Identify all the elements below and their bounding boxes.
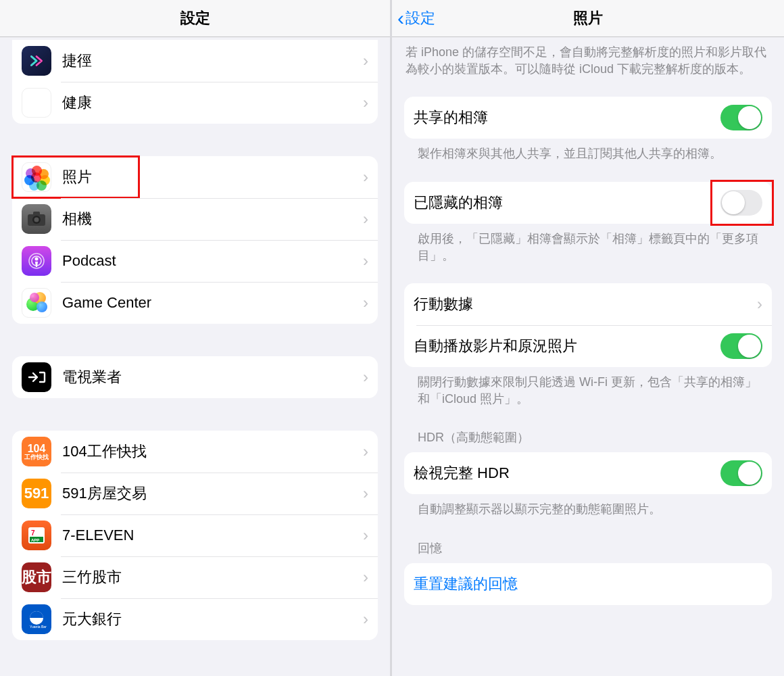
intro-note: 若 iPhone 的儲存空間不足，會自動將完整解析度的照片和影片取代為較小的裝置… <box>392 37 784 87</box>
row-label: 自動播放影片和原況照片 <box>414 336 720 356</box>
gamecenter-icon <box>22 288 51 318</box>
chevron-right-icon: › <box>363 568 368 587</box>
group-3: 104工作快找 104工作快找 › 591 591房屋交易 › 7APP 7-E… <box>12 431 378 640</box>
row-label: 591房屋交易 <box>62 483 363 504</box>
row-label: 相機 <box>62 209 363 229</box>
chevron-right-icon: › <box>363 93 368 112</box>
group-cellular: 行動數據 › 自動播放影片和原況照片 <box>404 283 772 367</box>
app-yuanta-icon: Yuanta Bank <box>22 604 51 634</box>
row-label: 行動數據 <box>414 294 757 314</box>
group-2: 電視業者 › <box>12 356 378 398</box>
page-title: 照片 <box>573 8 603 28</box>
row-yuanta[interactable]: Yuanta Bank 元大銀行 › <box>12 598 378 640</box>
group-hdr: 檢視完整 HDR <box>404 452 772 494</box>
photos-settings-list: 共享的相簿 製作相簿來與其他人共享，並且訂閱其他人共享的相簿。 已隱藏的相簿 啟… <box>392 97 784 604</box>
hdr-header: HDR（高動態範圍） <box>404 417 772 448</box>
row-stock[interactable]: 股市 三竹股市 › <box>12 556 378 598</box>
row-711[interactable]: 7APP 7-ELEVEN › <box>12 514 378 556</box>
chevron-right-icon: › <box>363 368 368 387</box>
row-camera[interactable]: 相機 › <box>12 198 378 240</box>
photos-icon <box>22 162 51 192</box>
hdr-note: 自動調整顯示器以顯示完整的動態範圍照片。 <box>404 494 772 527</box>
settings-pane: 設定 捷徑 › ♥ 健康 › <box>0 0 392 676</box>
row-shared-albums[interactable]: 共享的相簿 <box>404 97 772 139</box>
row-label: Game Center <box>62 294 363 312</box>
navbar-left: 設定 <box>0 0 390 37</box>
chevron-right-icon: › <box>363 168 368 187</box>
row-podcast[interactable]: Podcast › <box>12 240 378 282</box>
svg-text:APP: APP <box>31 538 39 542</box>
group-memories: 重置建議的回憶 <box>404 563 772 605</box>
row-hidden-album[interactable]: 已隱藏的相簿 <box>404 182 772 224</box>
toggle-hdr[interactable] <box>720 460 762 486</box>
back-label: 設定 <box>406 8 435 28</box>
toggle-autoplay[interactable] <box>720 333 762 359</box>
memories-header: 回憶 <box>404 528 772 559</box>
hidden-note: 啟用後，「已隱藏」相簿會顯示於「相簿」標籤頁中的「更多項目」。 <box>404 224 772 274</box>
row-label: 三竹股市 <box>62 567 363 587</box>
svg-text:7: 7 <box>31 529 35 537</box>
podcast-icon <box>22 246 51 276</box>
chevron-right-icon: › <box>363 251 368 270</box>
autoplay-note: 關閉行動數據來限制只能透過 Wi-Fi 更新，包含「共享的相簿」和「iCloud… <box>404 367 772 417</box>
app-stock-icon: 股市 <box>22 562 51 592</box>
svg-point-2 <box>34 218 39 222</box>
svg-rect-3 <box>33 212 40 215</box>
group-shared: 共享的相簿 <box>404 97 772 139</box>
row-label: 共享的相簿 <box>414 107 720 128</box>
row-label: Podcast <box>62 252 363 270</box>
chevron-right-icon: › <box>363 51 368 70</box>
chevron-left-icon: ‹ <box>397 8 404 28</box>
app-104-icon: 104工作快找 <box>22 437 51 466</box>
svg-text:Yuanta Bank: Yuanta Bank <box>30 625 47 629</box>
row-gamecenter[interactable]: Game Center › <box>12 282 378 324</box>
camera-icon <box>22 204 51 234</box>
photos-settings-pane: ‹ 設定 照片 若 iPhone 的儲存空間不足，會自動將完整解析度的照片和影片… <box>392 0 784 676</box>
health-icon: ♥ <box>22 88 51 118</box>
app-591-icon: 591 <box>22 479 51 508</box>
row-label: 元大銀行 <box>62 609 363 629</box>
page-title: 設定 <box>180 8 210 28</box>
row-health[interactable]: ♥ 健康 › <box>12 82 378 124</box>
chevron-right-icon: › <box>363 484 368 503</box>
svg-point-6 <box>35 258 39 261</box>
row-label: 照片 <box>62 167 363 187</box>
row-label: 104工作快找 <box>62 441 363 462</box>
row-label: 電視業者 <box>62 367 363 387</box>
app-711-icon: 7APP <box>22 521 51 550</box>
toggle-hidden-album[interactable] <box>720 190 762 216</box>
row-label: 7-ELEVEN <box>62 527 363 544</box>
row-104[interactable]: 104工作快找 104工作快找 › <box>12 431 378 473</box>
row-photos[interactable]: 照片 › <box>12 156 378 198</box>
chevron-right-icon: › <box>363 442 368 461</box>
group-1: 照片 › 相機 › Podcast › <box>12 156 378 324</box>
chevron-right-icon: › <box>363 610 368 629</box>
group-0: 捷徑 › ♥ 健康 › <box>12 40 378 124</box>
tv-icon <box>22 362 51 392</box>
row-label: 重置建議的回憶 <box>414 574 762 594</box>
row-label: 已隱藏的相簿 <box>414 193 720 213</box>
chevron-right-icon: › <box>363 526 368 545</box>
chevron-right-icon: › <box>757 295 762 314</box>
row-hdr[interactable]: 檢視完整 HDR <box>404 452 772 494</box>
navbar-right: ‹ 設定 照片 <box>392 0 784 37</box>
chevron-right-icon: › <box>363 293 368 312</box>
row-label: 健康 <box>62 93 363 113</box>
settings-list: 捷徑 › ♥ 健康 › <box>0 40 390 640</box>
row-cellular[interactable]: 行動數據 › <box>404 283 772 325</box>
row-autoplay[interactable]: 自動播放影片和原況照片 <box>404 325 772 367</box>
group-hidden: 已隱藏的相簿 <box>404 182 772 224</box>
row-label: 捷徑 <box>62 51 363 71</box>
row-tvprovider[interactable]: 電視業者 › <box>12 356 378 398</box>
shared-note: 製作相簿來與其他人共享，並且訂閱其他人共享的相簿。 <box>404 139 772 172</box>
shortcuts-icon <box>22 46 51 76</box>
chevron-right-icon: › <box>363 210 368 228</box>
row-label: 檢視完整 HDR <box>414 463 720 483</box>
back-button[interactable]: ‹ 設定 <box>397 8 435 28</box>
row-reset-memories[interactable]: 重置建議的回憶 <box>404 563 772 605</box>
toggle-shared-albums[interactable] <box>720 105 762 130</box>
row-shortcuts[interactable]: 捷徑 › <box>12 40 378 82</box>
row-591[interactable]: 591 591房屋交易 › <box>12 473 378 514</box>
